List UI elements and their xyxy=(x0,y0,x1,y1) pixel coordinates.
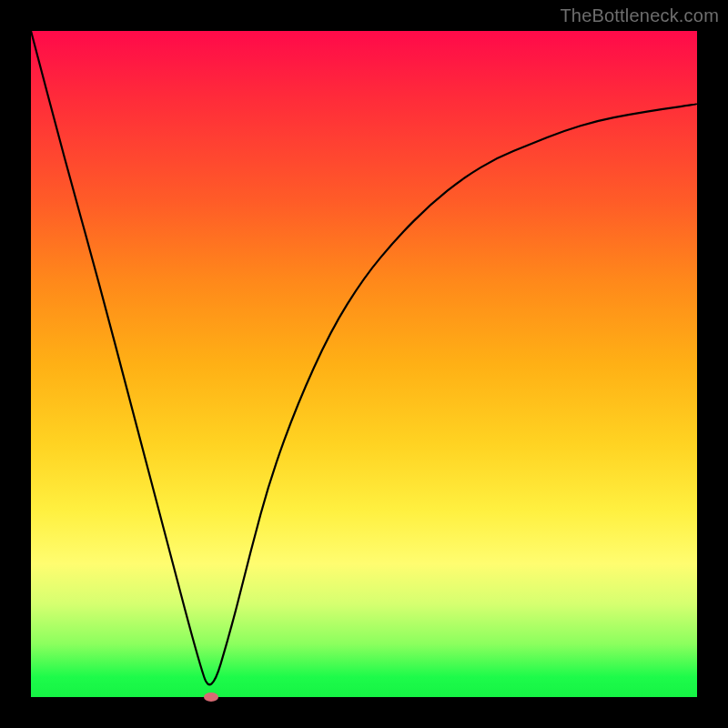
chart-frame: TheBottleneck.com xyxy=(0,0,728,728)
minimum-marker xyxy=(204,693,218,702)
bottleneck-curve xyxy=(31,31,697,684)
watermark-text: TheBottleneck.com xyxy=(560,5,719,26)
curve-svg xyxy=(31,31,697,697)
plot-area xyxy=(31,31,697,697)
